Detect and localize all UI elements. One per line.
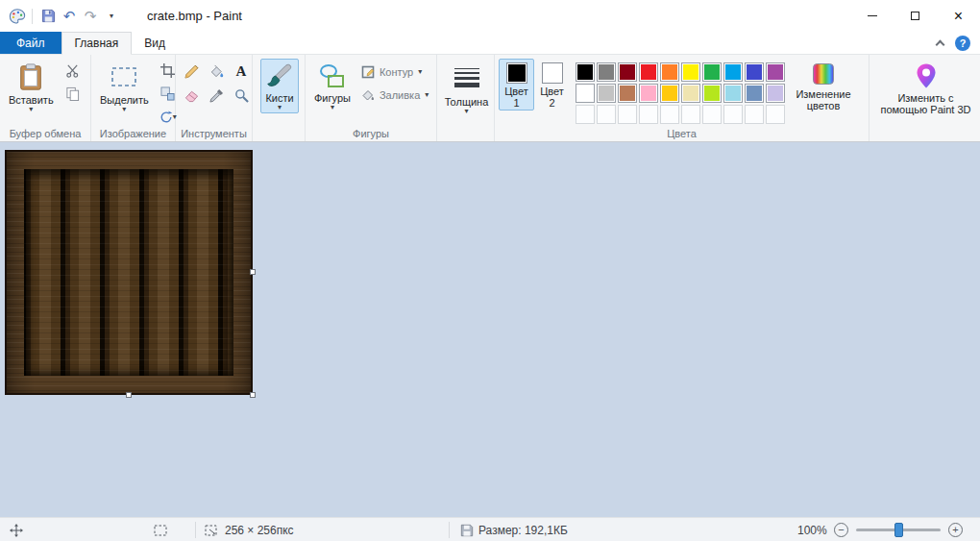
cut-button[interactable] <box>61 61 85 81</box>
palette-swatch[interactable] <box>639 84 658 103</box>
chevron-down-icon: ▾ <box>29 106 33 113</box>
palette-swatch[interactable] <box>745 62 764 82</box>
paste-button[interactable]: Вставить ▾ <box>4 59 59 115</box>
palette-swatch[interactable] <box>723 84 743 103</box>
color1-label: Цвет 1 <box>502 86 531 109</box>
palette-swatch[interactable] <box>639 62 658 82</box>
palette-swatch[interactable] <box>576 84 595 103</box>
statusbar-divider <box>449 522 450 538</box>
tab-view[interactable]: Вид <box>132 32 178 54</box>
canvas-area[interactable] <box>0 142 980 517</box>
undo-button[interactable]: ↶ <box>59 6 80 27</box>
outline-dropdown[interactable]: Контур ▾ <box>361 62 429 82</box>
edit-with-paint3d-button[interactable]: Изменить с помощью Paint 3D <box>876 59 976 117</box>
collapse-ribbon-button[interactable] <box>937 38 943 48</box>
palette-swatch[interactable] <box>745 105 764 124</box>
palette-swatch[interactable] <box>702 105 722 124</box>
palette-swatch[interactable] <box>681 62 700 82</box>
palette-swatch[interactable] <box>597 62 616 82</box>
zoom-out-button[interactable]: − <box>834 523 848 537</box>
clipboard-group: Вставить ▾ Буфер обмена <box>0 55 91 141</box>
palette-swatch[interactable] <box>681 84 700 103</box>
resize-icon <box>160 86 175 101</box>
palette-swatch[interactable] <box>639 105 658 124</box>
maximize-button[interactable] <box>894 0 937 32</box>
pencil-tool-button[interactable] <box>180 61 203 82</box>
save-button[interactable] <box>37 6 59 27</box>
palette-swatch[interactable] <box>660 84 679 103</box>
select-button[interactable]: Выделить ▾ <box>95 59 154 115</box>
shapes-button[interactable]: Фигуры ▾ <box>309 59 355 113</box>
paste-clipboard-icon <box>16 62 45 91</box>
help-button[interactable]: ? <box>955 36 970 51</box>
scissors-icon <box>65 63 80 78</box>
magnifier-tool-button[interactable] <box>230 86 253 106</box>
palette-swatch[interactable] <box>702 84 722 103</box>
palette-swatch[interactable] <box>745 84 764 103</box>
color2-button[interactable]: Цвет 2 <box>534 59 570 111</box>
zoom-slider[interactable] <box>856 529 941 531</box>
copy-button[interactable] <box>61 84 85 104</box>
tools-group: A Инструменты <box>176 55 253 141</box>
palette-swatch[interactable] <box>723 62 743 82</box>
magnifier-icon <box>234 88 249 103</box>
palette-swatch[interactable] <box>576 105 595 124</box>
redo-button[interactable]: ↷ <box>80 6 101 27</box>
minimize-icon <box>868 15 877 16</box>
tab-file[interactable]: Файл <box>0 32 61 54</box>
palette-swatch[interactable] <box>618 105 637 124</box>
palette-swatch[interactable] <box>702 62 722 82</box>
palette-swatch[interactable] <box>597 105 616 124</box>
edit-colors-button[interactable]: Изменение цветов <box>789 59 858 113</box>
zoom-slider-thumb[interactable] <box>894 523 903 537</box>
canvas-resize-handle-bottom[interactable] <box>126 392 132 398</box>
palette-swatch[interactable] <box>766 105 785 124</box>
palette-swatch[interactable] <box>766 62 785 82</box>
save-icon <box>41 9 56 23</box>
disk-icon <box>460 524 474 537</box>
eraser-tool-button[interactable] <box>180 86 203 106</box>
size-button[interactable]: Толщина ▾ <box>440 59 494 117</box>
minimize-button[interactable] <box>850 0 894 32</box>
quick-access-customize-button[interactable]: ▾ <box>101 6 122 27</box>
fill-dropdown[interactable]: Заливка ▾ <box>361 86 429 105</box>
pencil-icon <box>184 64 199 79</box>
help-icon: ? <box>960 37 967 49</box>
palette-swatch[interactable] <box>597 84 616 103</box>
color2-label: Цвет 2 <box>537 86 567 109</box>
canvas-resize-handle-right[interactable] <box>250 269 256 275</box>
palette-swatch[interactable] <box>660 105 679 124</box>
titlebar-divider <box>32 9 33 24</box>
palette-swatch[interactable] <box>576 62 595 82</box>
file-size-indicator: Размер: 192,1КБ <box>460 518 568 541</box>
colors-group: Цвет 1 Цвет 2 Изменение цветов Цвета <box>495 55 870 141</box>
palette-swatch[interactable] <box>618 62 637 82</box>
chevron-down-icon: ▾ <box>465 108 469 115</box>
zoom-in-button[interactable]: + <box>948 523 963 537</box>
palette-swatch[interactable] <box>723 105 743 124</box>
tab-home[interactable]: Главная <box>61 32 133 55</box>
line-thickness-icon <box>454 62 479 93</box>
paint-app-icon[interactable] <box>8 7 27 26</box>
palette-swatch[interactable] <box>766 84 785 103</box>
fill-tool-button[interactable] <box>205 61 228 82</box>
canvas-image-crate[interactable] <box>5 150 253 395</box>
palette-swatch[interactable] <box>681 105 700 124</box>
palette-swatch[interactable] <box>660 62 679 82</box>
crate-planks <box>24 169 233 376</box>
zoom-in-wrap: + <box>948 518 963 541</box>
close-button[interactable]: × <box>937 0 980 32</box>
canvas-resize-handle-corner[interactable] <box>250 392 256 398</box>
palette-grid <box>576 62 785 124</box>
statusbar: 256 × 256пкс Размер: 192,1КБ 100% − + <box>0 517 980 541</box>
color1-button[interactable]: Цвет 1 <box>499 59 534 111</box>
palette-swatch[interactable] <box>618 84 637 103</box>
brushes-button[interactable]: Кисти ▾ <box>260 59 298 113</box>
selection-icon <box>154 525 167 536</box>
text-tool-button[interactable]: A <box>230 61 253 82</box>
brush-icon <box>266 62 293 89</box>
move-crosshair-icon <box>10 524 23 537</box>
ribbon: Вставить ▾ Буфер обмена Выделить ▾ <box>0 55 980 142</box>
color-picker-tool-button[interactable] <box>205 86 228 106</box>
close-icon: × <box>954 9 963 24</box>
